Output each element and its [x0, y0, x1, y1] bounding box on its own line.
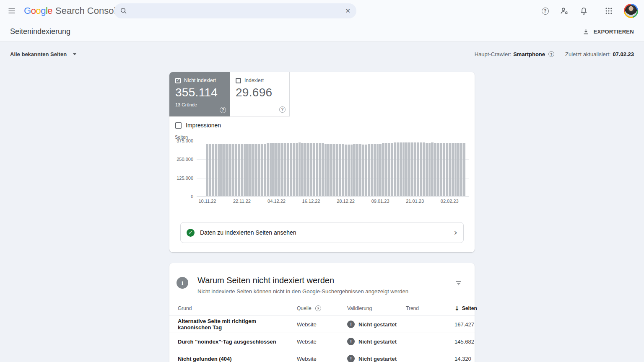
account-avatar[interactable]	[624, 4, 638, 18]
checkbox-checked-icon[interactable]: ✓	[175, 78, 181, 83]
manage-accounts-icon	[560, 6, 569, 16]
apps-grid-icon	[605, 7, 613, 15]
success-check-icon: ✓	[187, 229, 195, 237]
info-icon: i	[177, 277, 188, 289]
view-indexed-data-label: Daten zu indexierten Seiten ansehen	[200, 229, 296, 236]
caret-down-icon	[73, 53, 77, 55]
impressions-label: Impressionen	[186, 122, 221, 129]
table-row[interactable]: Alternative Seite mit richtigem kanonisc…	[169, 315, 475, 333]
checkbox-unchecked-icon[interactable]	[236, 78, 241, 83]
row-seiten: 14.320	[454, 356, 471, 362]
reasons-subtitle: Nicht indexierte Seiten können nicht in …	[197, 288, 408, 295]
row-validierung: Nicht gestartet	[358, 321, 397, 328]
scope-dropdown[interactable]: Alle bekannten Seiten	[10, 51, 77, 57]
card-indexed[interactable]: Indexiert 29.696 ?	[230, 72, 290, 116]
card-not-indexed[interactable]: ✓ Nicht indexiert 355.114 13 Gründe ?	[169, 72, 230, 116]
clear-search-icon[interactable]: ✕	[345, 7, 351, 15]
row-grund: Alternative Seite mit richtigem kanonisc…	[178, 318, 297, 331]
chart-bars	[206, 141, 465, 196]
table-header-row: Grund Quelle ? Validierung Trend ↓ Seite…	[169, 301, 475, 315]
table-filter-button[interactable]	[451, 276, 466, 291]
col-header-seiten[interactable]: ↓ Seiten	[454, 305, 477, 312]
impressions-checkbox[interactable]	[175, 122, 182, 129]
crawler-label: Haupt-Crawler:	[475, 51, 511, 57]
export-button[interactable]: EXPORTIEREN	[582, 28, 634, 35]
table-row[interactable]: Durch "noindex"-Tag ausgeschlossen Websi…	[169, 333, 475, 350]
row-grund: Nicht gefunden (404)	[178, 356, 297, 362]
warning-icon: !	[347, 321, 355, 328]
indexing-chart: Seiten 375.000250.000125.0000 10.11.2222…	[175, 134, 469, 207]
reasons-header: i Warum Seiten nicht indexiert werden Ni…	[169, 276, 475, 295]
reasons-title: Warum Seiten nicht indexiert werden	[197, 276, 408, 285]
google-search-console-logo[interactable]: Google Search Console	[24, 5, 121, 16]
scope-label: Alle bekannten Seiten	[10, 51, 67, 57]
crawler-info: Haupt-Crawler: Smartphone ?	[475, 51, 554, 57]
warning-icon: !	[347, 355, 355, 362]
col-header-validierung[interactable]: Validierung	[347, 305, 406, 311]
notifications-button[interactable]	[575, 3, 592, 19]
not-indexed-value: 355.114	[175, 86, 225, 99]
help-icon: ?	[542, 8, 549, 15]
download-icon	[582, 28, 589, 35]
last-updated-info: Zuletzt aktualisiert: 07.02.23	[565, 51, 634, 57]
search-input[interactable]	[132, 8, 345, 14]
quelle-help-icon[interactable]: ?	[315, 305, 321, 311]
search-icon	[120, 7, 127, 15]
updated-label: Zuletzt aktualisiert:	[565, 51, 610, 57]
not-indexed-help-icon[interactable]: ?	[220, 107, 226, 113]
warning-icon: !	[347, 338, 355, 345]
chevron-right-icon: ›	[454, 228, 457, 237]
app-bar: Google Search Console ✕ ?	[0, 0, 644, 22]
property-search-box[interactable]: ✕	[114, 3, 356, 18]
reasons-table: Grund Quelle ? Validierung Trend ↓ Seite…	[169, 301, 475, 362]
impressions-toggle[interactable]: Impressionen	[175, 122, 475, 129]
y-axis-tick-labels: 375.000250.000125.0000	[175, 141, 193, 197]
row-seiten: 145.682	[454, 339, 474, 345]
summary-cards: ✓ Nicht indexiert 355.114 13 Gründe ? In…	[169, 72, 475, 116]
col-header-quelle[interactable]: Quelle ?	[297, 305, 347, 311]
updated-value: 07.02.23	[613, 51, 634, 57]
quelle-label: Quelle	[297, 305, 312, 311]
reasons-panel: i Warum Seiten nicht indexiert werden Ni…	[169, 263, 475, 362]
crawler-value: Smartphone	[513, 51, 545, 57]
filter-bar: Alle bekannten Seiten Haupt-Crawler: Sma…	[0, 42, 644, 66]
filter-list-icon	[455, 279, 462, 287]
indexing-bar-chart[interactable]	[197, 141, 469, 197]
col-header-grund[interactable]: Grund	[178, 305, 297, 311]
avatar-photo	[625, 5, 637, 17]
hamburger-menu-button[interactable]	[3, 3, 20, 19]
row-validierung: Nicht gestartet	[358, 356, 397, 362]
export-label: EXPORTIEREN	[594, 28, 634, 35]
view-indexed-data-link[interactable]: ✓ Daten zu indexierten Seiten ansehen ›	[180, 222, 464, 243]
seiten-label: Seiten	[462, 305, 477, 311]
logo-suffix-text: Search Console	[55, 5, 121, 16]
filter-meta: Haupt-Crawler: Smartphone ? Zuletzt aktu…	[475, 51, 634, 57]
not-indexed-reasons-count: 13 Gründe	[175, 102, 225, 107]
sort-down-icon: ↓	[454, 305, 460, 312]
indexing-summary-panel: ✓ Nicht indexiert 355.114 13 Gründe ? In…	[169, 72, 475, 252]
google-logo-text: Google	[24, 5, 52, 16]
x-axis-tick-labels: 10.11.2222.11.2204.12.2216.12.2228.12.22…	[197, 199, 469, 207]
row-seiten: 167.427	[454, 321, 474, 328]
row-quelle: Website	[297, 356, 347, 362]
page-title-bar: Seitenindexierung EXPORTIEREN	[0, 22, 644, 42]
row-grund: Durch "noindex"-Tag ausgeschlossen	[178, 339, 297, 345]
table-row[interactable]: Nicht gefunden (404) Website ! Nicht ges…	[169, 350, 475, 362]
indexed-label: Indexiert	[244, 78, 264, 83]
crawler-help-icon[interactable]: ?	[548, 51, 554, 57]
row-quelle: Website	[297, 339, 347, 345]
indexed-value: 29.696	[236, 86, 284, 99]
row-quelle: Website	[297, 321, 347, 328]
row-validierung: Nicht gestartet	[358, 339, 397, 345]
indexed-help-icon[interactable]: ?	[279, 106, 286, 113]
bell-icon	[579, 7, 588, 16]
google-apps-button[interactable]	[600, 3, 617, 19]
page-title: Seitenindexierung	[10, 27, 70, 36]
appbar-actions: ?	[537, 3, 644, 19]
not-indexed-label: Nicht indexiert	[184, 78, 216, 83]
user-settings-button[interactable]	[556, 3, 573, 19]
help-button[interactable]: ?	[537, 3, 553, 19]
hamburger-icon	[8, 7, 16, 15]
col-header-trend[interactable]: Trend	[406, 305, 454, 311]
y-axis-title: Seiten	[175, 134, 469, 140]
